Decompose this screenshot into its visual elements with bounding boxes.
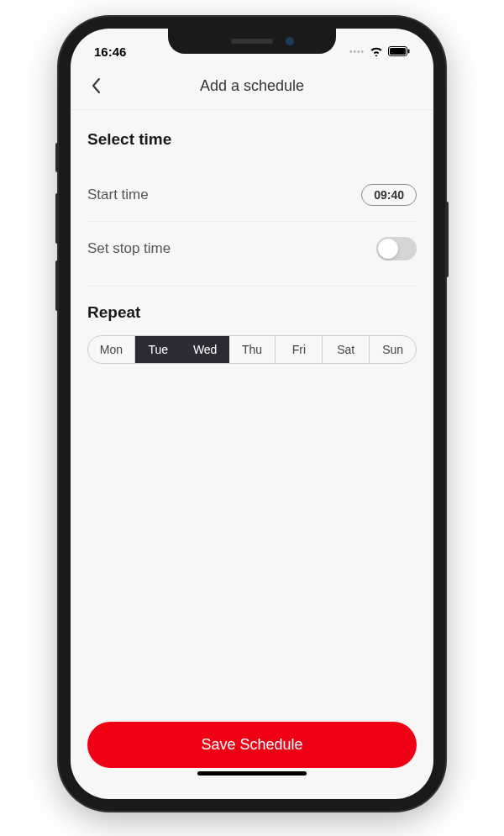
select-time-heading: Select time <box>87 130 417 149</box>
start-time-picker[interactable]: 09:40 <box>361 184 417 206</box>
footer: Save Schedule <box>71 708 433 799</box>
day-fri[interactable]: Fri <box>276 336 323 363</box>
save-schedule-button[interactable]: Save Schedule <box>87 722 417 768</box>
page-title: Add a schedule <box>200 77 304 95</box>
day-thu[interactable]: Thu <box>229 336 276 363</box>
day-wed[interactable]: Wed <box>182 336 229 363</box>
back-button[interactable] <box>87 77 104 94</box>
phone-mute-switch <box>55 143 59 172</box>
cell-signal-dots-icon: •••• <box>349 47 365 56</box>
repeat-heading: Repeat <box>87 303 417 322</box>
day-sat[interactable]: Sat <box>323 336 370 363</box>
svg-rect-1 <box>390 48 406 55</box>
wifi-icon <box>370 45 383 59</box>
status-time: 16:46 <box>94 45 126 59</box>
day-sun[interactable]: Sun <box>370 336 416 363</box>
repeat-section: Repeat MonTueWedThuFriSatSun <box>87 286 417 364</box>
stop-time-label: Set stop time <box>87 240 171 257</box>
svg-rect-2 <box>408 49 410 53</box>
screen: 16:46 •••• Add a schedule Select time St… <box>71 29 433 799</box>
phone-frame: 16:46 •••• Add a schedule Select time St… <box>59 17 445 811</box>
day-selector: MonTueWedThuFriSatSun <box>87 335 417 364</box>
phone-power-button <box>445 202 449 277</box>
battery-icon <box>388 45 410 59</box>
chevron-left-icon <box>91 77 101 94</box>
day-mon[interactable]: Mon <box>88 336 135 363</box>
day-tue[interactable]: Tue <box>135 336 182 363</box>
header: Add a schedule <box>71 66 433 110</box>
home-indicator[interactable] <box>197 771 307 776</box>
stop-time-row: Set stop time <box>87 221 417 276</box>
content: Select time Start time 09:40 Set stop ti… <box>71 110 433 708</box>
notch <box>168 29 336 54</box>
toggle-knob <box>378 239 398 259</box>
stop-time-toggle[interactable] <box>376 237 417 260</box>
start-time-row: Start time 09:40 <box>87 169 417 221</box>
phone-volume-down <box>55 260 59 311</box>
status-right: •••• <box>349 45 410 59</box>
phone-volume-up <box>55 193 59 244</box>
start-time-label: Start time <box>87 187 149 203</box>
